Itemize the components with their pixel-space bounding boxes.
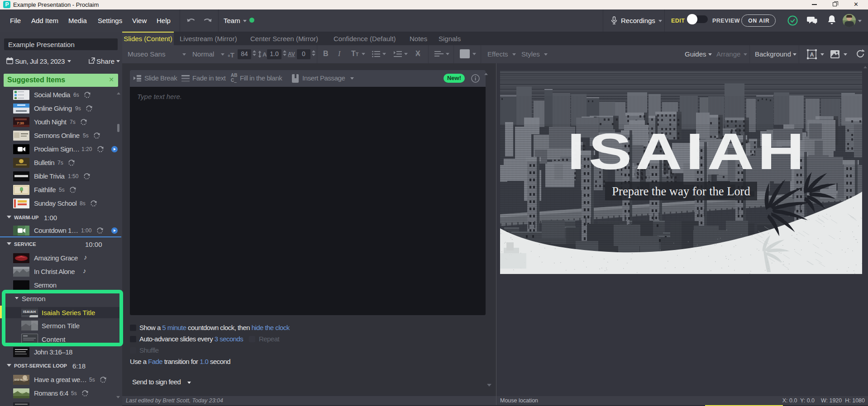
svg-text:Prepare the way for the Lord: Prepare the way for the Lord [612,184,750,198]
svg-text:A: A [810,52,814,58]
svg-text:ISAIAH: ISAIAH [567,123,808,180]
